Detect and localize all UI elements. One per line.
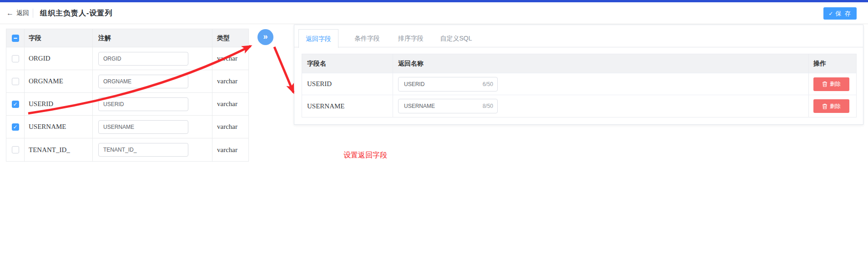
annotation-label: 设置返回字段 (343, 151, 387, 160)
tab-bar: 返回字段 条件字段 排序字段 自定义SQL (294, 25, 863, 47)
select-all-checkbox[interactable] (12, 35, 19, 42)
row-checkbox[interactable]: ✓ (12, 101, 19, 108)
collapse-panel-button[interactable]: » (257, 29, 273, 45)
field-name: ORGNAME (25, 70, 93, 92)
table-row: USERNAME 8/50 删除 (302, 95, 856, 117)
table-row: ORGNAME varchar (6, 70, 248, 93)
trash-icon (822, 103, 828, 109)
col-header-operation: 操作 (809, 54, 856, 73)
col-header-field: 字段 (25, 29, 93, 47)
delete-label: 删除 (830, 80, 841, 88)
field-name: ORGID (25, 47, 93, 70)
col-header-comment: 注解 (93, 29, 212, 47)
return-name-input[interactable] (398, 77, 498, 92)
check-icon: ✓ (828, 10, 833, 17)
check-mark: ✓ (13, 102, 17, 107)
annotation-arrow-to-table (274, 47, 293, 92)
double-chevron-right-icon: » (263, 32, 267, 41)
fields-table-header: 字段 注解 类型 (6, 29, 248, 47)
comment-input[interactable] (98, 75, 188, 88)
back-button[interactable]: ← 返回 (6, 2, 29, 24)
comment-input[interactable] (98, 97, 188, 111)
col-header-type: 类型 (212, 29, 248, 47)
return-field-name: USERID (302, 73, 393, 95)
field-type: varchar (212, 47, 248, 70)
fields-table: 字段 注解 类型 ORGID varchar ORGNAME varchar ✓… (6, 29, 249, 162)
delete-button[interactable]: 删除 (813, 77, 849, 91)
table-row: ORGID varchar (6, 47, 248, 70)
col-header-return-name: 返回名称 (393, 54, 809, 73)
indeterminate-mark (14, 38, 17, 39)
field-type: varchar (212, 138, 248, 161)
table-row: ✓ USERNAME varchar (6, 116, 248, 138)
return-table-header: 字段名 返回名称 操作 (302, 54, 856, 73)
table-row: TENANT_ID_ varchar (6, 138, 248, 161)
field-name: TENANT_ID_ (25, 138, 93, 161)
header-divider (33, 9, 33, 18)
row-checkbox[interactable] (12, 78, 19, 85)
tab-return-fields[interactable]: 返回字段 (298, 29, 338, 48)
field-type: varchar (212, 116, 248, 138)
field-type: varchar (212, 70, 248, 92)
trash-icon (822, 81, 828, 87)
row-checkbox[interactable] (12, 146, 19, 153)
save-label: 保 存 (835, 10, 852, 18)
comment-input[interactable] (98, 120, 188, 134)
return-name-input[interactable] (398, 99, 498, 113)
check-mark: ✓ (13, 124, 17, 130)
comment-input[interactable] (98, 143, 188, 157)
table-row: USERID 6/50 删除 (302, 73, 856, 95)
app-header: ← 返回 组织主负责人-设置列 ✓ 保 存 (0, 2, 868, 24)
field-name: USERID (25, 93, 93, 115)
field-type: varchar (212, 93, 248, 115)
row-checkbox[interactable]: ✓ (12, 123, 19, 131)
delete-label: 删除 (830, 102, 841, 110)
tab-sort-fields[interactable]: 排序字段 (391, 29, 431, 47)
col-header-field-name: 字段名 (302, 54, 393, 73)
comment-input[interactable] (98, 52, 188, 66)
return-field-name: USERNAME (302, 95, 393, 117)
settings-card: 返回字段 条件字段 排序字段 自定义SQL 字段名 返回名称 操作 USERID… (294, 25, 863, 125)
page-title: 组织主负责人-设置列 (40, 2, 112, 24)
field-name: USERNAME (25, 116, 93, 138)
row-checkbox[interactable] (12, 55, 19, 62)
tab-custom-sql[interactable]: 自定义SQL (434, 29, 478, 47)
back-label: 返回 (16, 9, 29, 17)
return-fields-table: 字段名 返回名称 操作 USERID 6/50 删除 (302, 54, 857, 117)
tab-condition-fields[interactable]: 条件字段 (347, 29, 387, 47)
back-arrow-icon: ← (6, 9, 14, 17)
delete-button[interactable]: 删除 (813, 99, 849, 113)
table-row: ✓ USERID varchar (6, 93, 248, 116)
save-button[interactable]: ✓ 保 存 (823, 7, 857, 20)
